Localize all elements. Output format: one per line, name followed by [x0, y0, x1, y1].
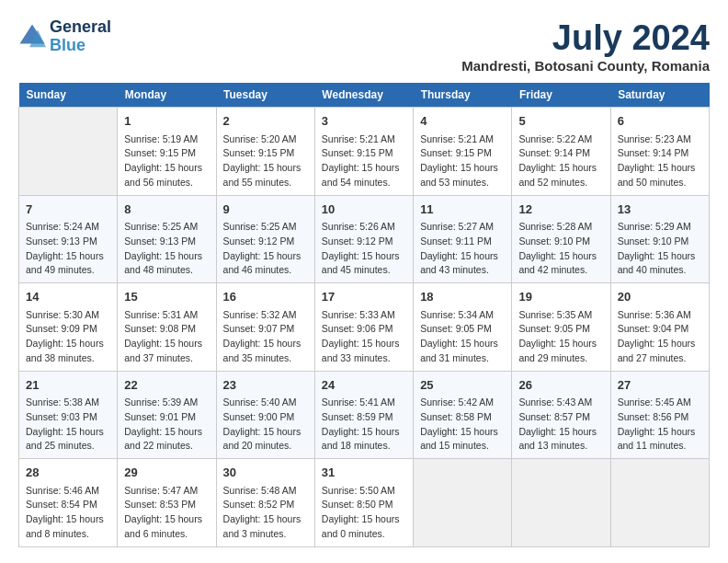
day-number: 5	[518, 112, 603, 131]
sunset: Sunset: 9:13 PM	[124, 236, 196, 247]
day-number: 19	[518, 288, 603, 306]
calendar-cell: 6 Sunrise: 5:23 AM Sunset: 9:14 PM Dayli…	[610, 108, 709, 196]
sunset: Sunset: 9:15 PM	[223, 147, 295, 158]
day-number: 17	[322, 288, 406, 306]
sunrise: Sunrise: 5:35 AM	[518, 309, 592, 320]
sunset: Sunset: 9:10 PM	[518, 236, 590, 247]
sunrise: Sunrise: 5:36 AM	[618, 309, 691, 320]
calendar-cell: 11 Sunrise: 5:27 AM Sunset: 9:11 PM Dayl…	[414, 195, 512, 283]
daylight: Daylight: 15 hours and 37 minutes.	[124, 338, 202, 363]
calendar-cell: 26 Sunrise: 5:43 AM Sunset: 8:57 PM Dayl…	[512, 371, 610, 459]
day-number: 25	[420, 376, 505, 395]
sunset: Sunset: 8:54 PM	[26, 499, 97, 510]
day-number: 13	[618, 201, 702, 219]
sunrise: Sunrise: 5:19 AM	[124, 133, 198, 144]
day-number: 21	[26, 376, 110, 395]
sunset: Sunset: 9:13 PM	[26, 236, 97, 247]
sunset: Sunset: 9:12 PM	[322, 236, 393, 247]
daylight: Daylight: 15 hours and 35 minutes.	[223, 338, 301, 363]
header-cell-tuesday: Tuesday	[216, 83, 314, 108]
page-header: General Blue July 2024 Mandresti, Botosa…	[18, 18, 710, 74]
calendar-cell: 20 Sunrise: 5:36 AM Sunset: 9:04 PM Dayl…	[610, 283, 709, 372]
sunset: Sunset: 9:05 PM	[420, 323, 492, 334]
sunrise: Sunrise: 5:24 AM	[26, 221, 99, 232]
day-number: 3	[322, 112, 406, 131]
calendar-cell: 3 Sunrise: 5:21 AM Sunset: 9:15 PM Dayli…	[314, 108, 413, 196]
day-number: 16	[223, 288, 308, 306]
location: Mandresti, Botosani County, Romania	[461, 58, 710, 74]
calendar-week-2: 7 Sunrise: 5:24 AM Sunset: 9:13 PM Dayli…	[19, 195, 710, 283]
sunset: Sunset: 8:50 PM	[322, 499, 393, 510]
header-cell-wednesday: Wednesday	[314, 83, 413, 108]
sunrise: Sunrise: 5:22 AM	[518, 133, 592, 144]
sunset: Sunset: 9:04 PM	[618, 323, 689, 334]
sunset: Sunset: 9:15 PM	[420, 147, 492, 158]
sunset: Sunset: 9:01 PM	[124, 411, 196, 422]
sunset: Sunset: 9:15 PM	[124, 147, 196, 158]
day-number: 22	[124, 376, 209, 395]
calendar-cell: 30 Sunrise: 5:48 AM Sunset: 8:52 PM Dayl…	[216, 459, 314, 547]
daylight: Daylight: 15 hours and 22 minutes.	[124, 426, 202, 452]
sunrise: Sunrise: 5:39 AM	[124, 396, 198, 408]
calendar-week-5: 28 Sunrise: 5:46 AM Sunset: 8:54 PM Dayl…	[19, 459, 710, 547]
sunrise: Sunrise: 5:46 AM	[26, 485, 99, 496]
calendar-cell: 4 Sunrise: 5:21 AM Sunset: 9:15 PM Dayli…	[414, 108, 512, 196]
sunset: Sunset: 9:12 PM	[223, 236, 295, 247]
sunrise: Sunrise: 5:30 AM	[26, 309, 99, 320]
calendar-cell: 25 Sunrise: 5:42 AM Sunset: 8:58 PM Dayl…	[414, 371, 512, 459]
sunrise: Sunrise: 5:31 AM	[124, 309, 198, 320]
calendar-cell: 29 Sunrise: 5:47 AM Sunset: 8:53 PM Dayl…	[118, 459, 216, 547]
calendar-week-1: 1 Sunrise: 5:19 AM Sunset: 9:15 PM Dayli…	[19, 108, 710, 196]
daylight: Daylight: 15 hours and 50 minutes.	[618, 162, 696, 188]
sunrise: Sunrise: 5:48 AM	[223, 485, 297, 496]
sunset: Sunset: 8:58 PM	[420, 411, 492, 422]
daylight: Daylight: 15 hours and 46 minutes.	[223, 250, 301, 276]
daylight: Daylight: 15 hours and 25 minutes.	[26, 426, 104, 452]
calendar-cell: 28 Sunrise: 5:46 AM Sunset: 8:54 PM Dayl…	[19, 459, 118, 547]
calendar-week-4: 21 Sunrise: 5:38 AM Sunset: 9:03 PM Dayl…	[19, 371, 710, 459]
logo-text-line1: General	[50, 18, 111, 37]
daylight: Daylight: 15 hours and 42 minutes.	[518, 250, 597, 276]
sunrise: Sunrise: 5:23 AM	[618, 133, 691, 144]
sunrise: Sunrise: 5:20 AM	[223, 133, 297, 144]
sunset: Sunset: 8:57 PM	[518, 411, 590, 422]
sunrise: Sunrise: 5:45 AM	[618, 396, 691, 408]
sunset: Sunset: 9:10 PM	[618, 236, 689, 247]
sunset: Sunset: 9:05 PM	[518, 323, 590, 334]
daylight: Daylight: 15 hours and 49 minutes.	[26, 250, 104, 276]
sunset: Sunset: 8:56 PM	[618, 411, 689, 422]
calendar-cell: 21 Sunrise: 5:38 AM Sunset: 9:03 PM Dayl…	[19, 371, 118, 459]
daylight: Daylight: 15 hours and 40 minutes.	[618, 250, 696, 276]
calendar-cell: 27 Sunrise: 5:45 AM Sunset: 8:56 PM Dayl…	[610, 371, 709, 459]
daylight: Daylight: 15 hours and 45 minutes.	[322, 250, 400, 276]
sunset: Sunset: 9:08 PM	[124, 323, 196, 334]
day-number: 1	[124, 112, 209, 131]
daylight: Daylight: 15 hours and 56 minutes.	[124, 162, 202, 188]
header-cell-sunday: Sunday	[19, 83, 118, 108]
daylight: Daylight: 15 hours and 8 minutes.	[26, 513, 104, 539]
day-number: 23	[223, 376, 308, 395]
calendar-cell: 18 Sunrise: 5:34 AM Sunset: 9:05 PM Dayl…	[414, 283, 512, 372]
calendar-cell: 15 Sunrise: 5:31 AM Sunset: 9:08 PM Dayl…	[118, 283, 216, 372]
header-cell-thursday: Thursday	[414, 83, 512, 108]
day-number: 27	[618, 376, 702, 395]
day-number: 18	[420, 288, 505, 306]
daylight: Daylight: 15 hours and 43 minutes.	[420, 250, 498, 276]
sunset: Sunset: 9:00 PM	[223, 411, 295, 422]
daylight: Daylight: 15 hours and 33 minutes.	[322, 338, 400, 363]
logo: General Blue	[18, 18, 111, 55]
daylight: Daylight: 15 hours and 13 minutes.	[518, 426, 597, 452]
day-number: 8	[124, 201, 209, 219]
daylight: Daylight: 15 hours and 52 minutes.	[518, 162, 597, 188]
sunset: Sunset: 9:03 PM	[26, 411, 97, 422]
daylight: Daylight: 15 hours and 11 minutes.	[618, 426, 696, 452]
calendar-cell: 12 Sunrise: 5:28 AM Sunset: 9:10 PM Dayl…	[512, 195, 610, 283]
sunrise: Sunrise: 5:32 AM	[223, 309, 297, 320]
sunrise: Sunrise: 5:43 AM	[518, 396, 592, 408]
calendar-header-row: SundayMondayTuesdayWednesdayThursdayFrid…	[19, 83, 710, 108]
calendar-cell	[512, 459, 610, 547]
daylight: Daylight: 15 hours and 27 minutes.	[618, 338, 696, 363]
calendar-cell: 23 Sunrise: 5:40 AM Sunset: 9:00 PM Dayl…	[216, 371, 314, 459]
calendar-cell: 5 Sunrise: 5:22 AM Sunset: 9:14 PM Dayli…	[512, 108, 610, 196]
calendar-cell: 2 Sunrise: 5:20 AM Sunset: 9:15 PM Dayli…	[216, 108, 314, 196]
